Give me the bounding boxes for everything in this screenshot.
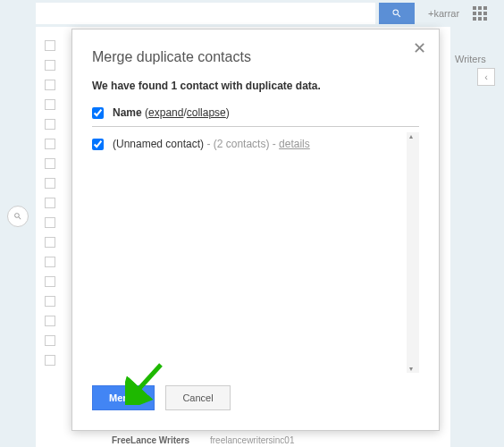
user-label[interactable]: +karrar <box>428 8 459 19</box>
list-header: Name (expand/collapse) <box>92 103 419 127</box>
expand-collapse-controls: (expand/collapse) <box>142 106 230 119</box>
search-input[interactable] <box>36 3 375 24</box>
duplicate-contact-list: (Unnamed contact) - (2 contacts) - detai… <box>92 132 419 373</box>
group-label[interactable]: Writers <box>450 54 504 64</box>
contact-name: (Unnamed contact) <box>113 138 204 150</box>
close-icon: ✕ <box>413 39 426 57</box>
top-bar: +karrar <box>0 0 504 27</box>
collapse-link[interactable]: collapse <box>187 106 226 119</box>
right-sidebar: Writers ‹ <box>450 27 504 447</box>
search-circle-button[interactable] <box>7 206 29 227</box>
search-button[interactable] <box>379 3 415 24</box>
search-icon <box>391 8 402 19</box>
dialog-title: Merge duplicate contacts <box>92 49 419 65</box>
contact-count: - (2 contacts) - <box>204 138 279 150</box>
expand-link[interactable]: expand <box>148 106 183 119</box>
cancel-button[interactable]: Cancel <box>165 385 230 410</box>
dialog-footer: Merge Cancel <box>92 373 419 410</box>
left-sidebar <box>0 27 36 447</box>
contact-checkbox[interactable] <box>92 139 104 150</box>
merge-button[interactable]: Merge <box>92 385 155 410</box>
bottom-text-2: freelancewritersinc01 <box>210 435 295 445</box>
scrollbar[interactable] <box>407 132 419 373</box>
apps-icon[interactable] <box>473 6 487 21</box>
details-link[interactable]: details <box>279 138 310 150</box>
chevron-left-icon[interactable]: ‹ <box>477 68 495 86</box>
search-icon <box>13 212 22 221</box>
merge-duplicates-dialog: ✕ Merge duplicate contacts We have found… <box>71 29 440 431</box>
contact-row: (Unnamed contact) - (2 contacts) - detai… <box>92 132 419 156</box>
dialog-subtitle: We have found 1 contact with duplicate d… <box>92 80 419 92</box>
select-all-checkbox[interactable] <box>92 107 104 119</box>
close-button[interactable]: ✕ <box>413 40 426 56</box>
bottom-text-1: FreeLance Writers <box>112 435 189 445</box>
name-column-label: Name <box>113 106 142 119</box>
